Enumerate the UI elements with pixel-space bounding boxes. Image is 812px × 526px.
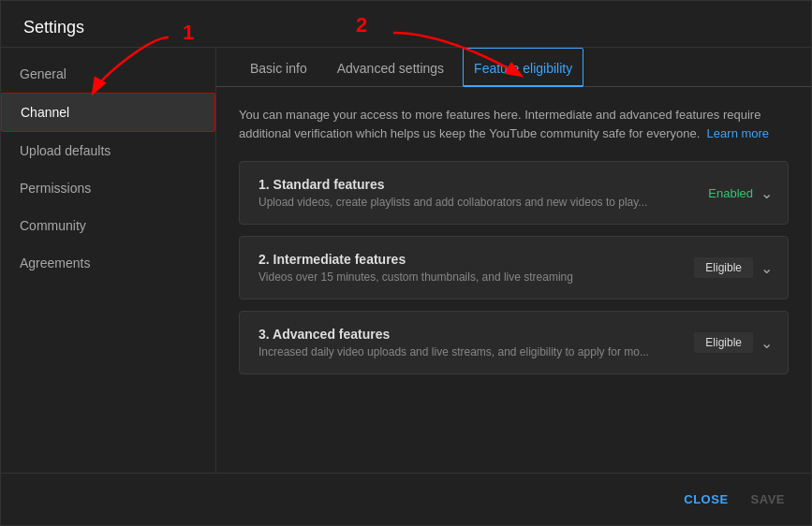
learn-more-link[interactable]: Learn more [707,126,769,140]
dialog-footer: CLOSE SAVE [1,473,811,525]
sidebar-item-agreements[interactable]: Agreements [1,244,215,282]
status-badge-intermediate: Eligible [694,257,753,278]
sidebar-item-community[interactable]: Community [1,207,215,244]
feature-card-advanced[interactable]: 3. Advanced features Increased daily vid… [239,311,789,374]
feature-card-intermediate[interactable]: 2. Intermediate features Videos over 15 … [239,236,789,300]
sidebar-item-channel[interactable]: Channel [1,93,215,132]
chevron-down-icon[interactable]: ⌄ [760,259,773,277]
feature-info-intermediate: 2. Intermediate features Videos over 15 … [258,252,679,284]
feature-desc-intermediate: Videos over 15 minutes, custom thumbnail… [258,270,679,284]
tab-advanced-settings[interactable]: Advanced settings [326,48,455,87]
dialog-title: Settings [23,18,789,37]
sidebar: General Channel Upload defaults Permissi… [1,48,216,473]
chevron-down-icon[interactable]: ⌄ [760,334,773,352]
save-button[interactable]: SAVE [747,487,789,512]
feature-info-advanced: 3. Advanced features Increased daily vid… [258,327,679,358]
sidebar-item-permissions[interactable]: Permissions [1,169,215,207]
main-content: Basic info Advanced settings Feature eli… [216,48,811,473]
close-button[interactable]: CLOSE [680,487,731,512]
chevron-down-icon[interactable]: ⌄ [760,184,773,202]
feature-status-intermediate: Eligible ⌄ [679,257,773,278]
feature-info-standard: 1. Standard features Upload videos, crea… [258,177,679,209]
feature-card-standard[interactable]: 1. Standard features Upload videos, crea… [239,161,789,225]
status-badge-advanced: Eligible [694,332,753,353]
feature-desc-standard: Upload videos, create playlists and add … [258,196,679,209]
status-enabled-label: Enabled [708,186,753,200]
feature-status-standard: Enabled ⌄ [679,184,773,202]
feature-desc-advanced: Increased daily video uploads and live s… [258,345,679,358]
dialog-body: General Channel Upload defaults Permissi… [1,48,811,473]
feature-title-advanced: 3. Advanced features [258,327,679,342]
tab-feature-eligibility[interactable]: Feature eligibility [463,48,583,87]
dialog-header: Settings [1,1,811,48]
feature-title-intermediate: 2. Intermediate features [258,252,679,267]
sidebar-item-upload-defaults[interactable]: Upload defaults [1,132,215,169]
intro-text: You can manage your access to more featu… [239,106,789,142]
sidebar-item-general[interactable]: General [1,55,215,93]
feature-title-standard: 1. Standard features [258,177,679,192]
feature-status-advanced: Eligible ⌄ [679,332,773,353]
content-area: You can manage your access to more featu… [216,87,811,473]
tab-bar: Basic info Advanced settings Feature eli… [216,48,811,87]
tab-basic-info[interactable]: Basic info [239,48,318,87]
